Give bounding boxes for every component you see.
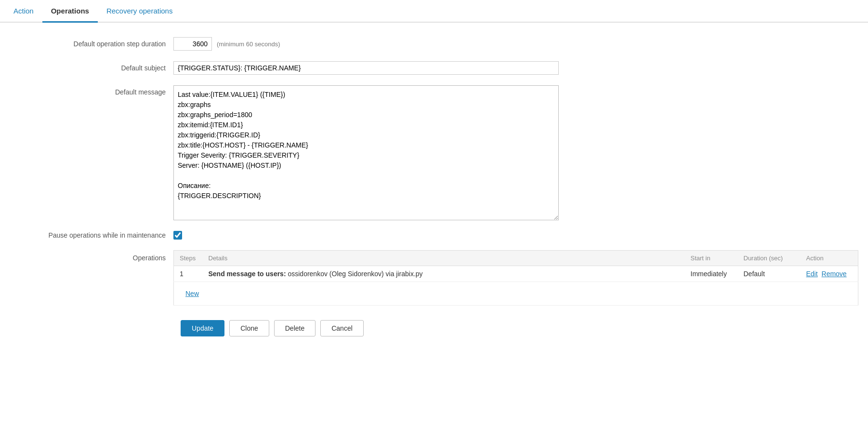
subject-input[interactable] [173, 61, 559, 75]
subject-label: Default subject [10, 61, 173, 72]
remove-button[interactable]: Remove [822, 270, 849, 278]
form-area: Default operation step duration (minimum… [0, 23, 868, 346]
subject-row: Default subject [10, 61, 858, 75]
new-row: New [174, 282, 858, 306]
message-label: Default message [10, 85, 173, 96]
cell-steps: 1 [174, 266, 203, 282]
step-duration-input[interactable] [173, 37, 212, 51]
tab-bar: Action Operations Recovery operations [0, 0, 868, 23]
col-header-details: Details [203, 251, 685, 266]
col-header-startin: Start in [685, 251, 738, 266]
subject-controls [173, 61, 858, 75]
cell-duration: Default [738, 266, 801, 282]
step-duration-row: Default operation step duration (minimum… [10, 37, 858, 51]
edit-button[interactable]: Edit [806, 270, 820, 278]
delete-button[interactable]: Delete [274, 320, 316, 336]
tab-action[interactable]: Action [5, 0, 42, 22]
pause-checkbox-wrap [173, 231, 182, 240]
step-duration-label: Default operation step duration [10, 37, 173, 48]
tab-recovery[interactable]: Recovery operations [98, 0, 182, 22]
operations-section: Operations Steps Details Start in Durati… [10, 250, 858, 306]
new-cell: New [174, 282, 858, 306]
col-header-duration: Duration (sec) [738, 251, 801, 266]
pause-checkbox[interactable] [173, 231, 182, 240]
col-header-steps: Steps [174, 251, 203, 266]
cell-startin: Immediately [685, 266, 738, 282]
details-bold: Send message to users: [209, 270, 286, 278]
message-controls: Last value:{ITEM.VALUE1} ({TIME}) zbx:gr… [173, 85, 858, 220]
table-header-row: Steps Details Start in Duration (sec) Ac… [174, 251, 858, 266]
cell-actions: Edit Remove [801, 266, 858, 282]
table-row: 1 Send message to users: ossidorenkov (O… [174, 266, 858, 282]
operations-label: Operations [10, 250, 173, 262]
col-header-action: Action [801, 251, 858, 266]
cancel-button[interactable]: Cancel [320, 320, 364, 336]
message-row: Default message Last value:{ITEM.VALUE1}… [10, 85, 858, 220]
button-row: Update Clone Delete Cancel [10, 315, 858, 336]
pause-row: Pause operations while in maintenance [10, 231, 858, 240]
pause-label: Pause operations while in maintenance [10, 231, 173, 239]
details-text: ossidorenkov (Oleg Sidorenkov) via jirab… [288, 270, 422, 278]
step-duration-controls: (minimum 60 seconds) [173, 37, 858, 51]
update-button[interactable]: Update [181, 320, 224, 336]
operations-table: Steps Details Start in Duration (sec) Ac… [173, 250, 858, 306]
new-operation-button[interactable]: New [180, 286, 205, 301]
message-textarea[interactable]: Last value:{ITEM.VALUE1} ({TIME}) zbx:gr… [173, 85, 559, 220]
operations-table-wrap: Steps Details Start in Duration (sec) Ac… [173, 250, 858, 306]
tab-operations[interactable]: Operations [42, 0, 98, 22]
clone-button[interactable]: Clone [229, 320, 269, 336]
cell-details: Send message to users: ossidorenkov (Ole… [203, 266, 685, 282]
step-duration-hint: (minimum 60 seconds) [217, 40, 280, 48]
